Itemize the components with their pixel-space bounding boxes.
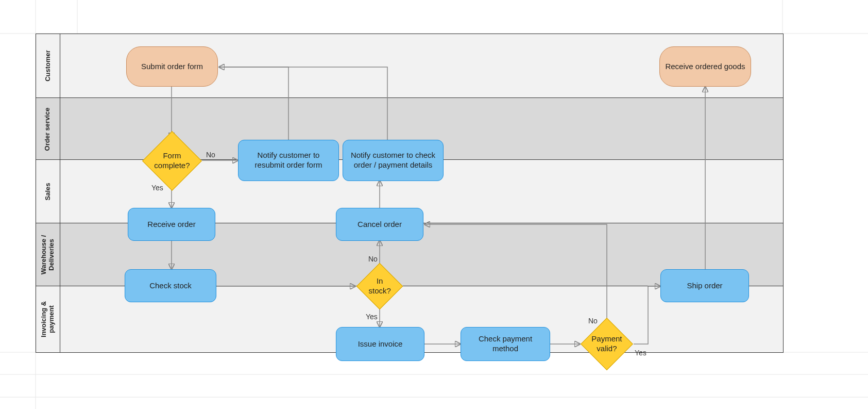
terminator-receive-goods: Receive ordered goods [659, 46, 751, 87]
process-notify-resubmit: Notify customer to resubmit order form [238, 140, 339, 181]
process-issue-invoice: Issue invoice [336, 327, 424, 361]
label-in-stock-yes: Yes [366, 313, 378, 321]
process-check-stock: Check stock [125, 269, 216, 302]
process-check-payment: Check payment method [461, 327, 550, 361]
process-notify-check: Notify customer to check order / payment… [343, 140, 444, 181]
process-receive-order: Receive order [128, 208, 215, 241]
label-form-complete-yes: Yes [151, 184, 163, 192]
label-payment-valid-no: No [588, 317, 598, 325]
lane-label-invoicing: Invoicing & payment [36, 286, 60, 352]
lane-label-customer: Customer [36, 34, 60, 97]
lane-label-order-service: Order service [36, 98, 60, 160]
label-form-complete-no: No [206, 151, 215, 159]
process-ship-order: Ship order [660, 269, 749, 302]
terminator-submit-order: Submit order form [126, 46, 218, 87]
label-payment-valid-yes: Yes [635, 349, 646, 357]
lane-label-sales: Sales [36, 160, 60, 223]
label-in-stock-no: No [368, 255, 378, 263]
process-cancel-order: Cancel order [336, 208, 423, 241]
diagram-canvas: Customer Order service Sales Warehouse /… [0, 0, 868, 409]
lane-label-warehouse: Warehouse / Deliveries [36, 223, 60, 286]
